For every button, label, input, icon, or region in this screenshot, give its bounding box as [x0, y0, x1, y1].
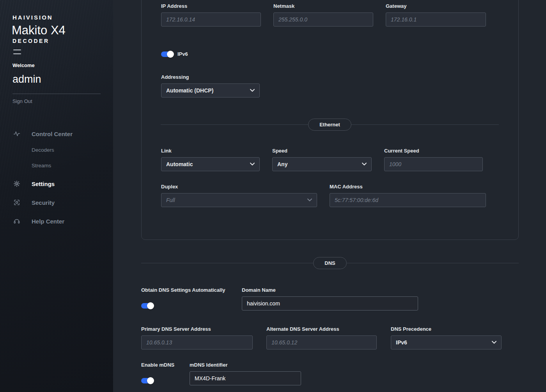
speed-select[interactable]: Any — [272, 157, 372, 171]
sidebar: HAIVISION Makito X4 DECODER Welcome admi… — [0, 0, 113, 392]
duplex-select[interactable]: Full — [161, 193, 317, 207]
gear-icon — [13, 180, 20, 187]
ethernet-section-pill: Ethernet — [308, 119, 351, 131]
primary-dns-field: Primary DNS Server Address — [141, 326, 253, 349]
chevron-down-icon — [307, 199, 312, 202]
ip-address-label: IP Address — [161, 3, 261, 9]
ipv6-label: IPv6 — [177, 51, 188, 57]
current-speed-field: Current Speed — [384, 148, 483, 171]
netmask-label: Netmask — [273, 3, 373, 9]
link-label: Link — [161, 148, 260, 154]
alternate-dns-field: Alternate DNS Server Address — [266, 326, 377, 349]
speed-value: Any — [277, 161, 287, 167]
dns-precedence-select[interactable]: IPv6 — [391, 335, 502, 349]
dns-precedence-label: DNS Precedence — [391, 326, 502, 332]
primary-dns-input[interactable] — [141, 335, 253, 349]
dns-precedence-field: DNS Precedence IPv6 — [391, 326, 502, 349]
alternate-dns-label: Alternate DNS Server Address — [266, 326, 377, 332]
mdns-identifier-field: mDNS Identifier — [190, 362, 301, 385]
mac-address-input[interactable] — [330, 193, 486, 207]
headset-icon — [13, 218, 20, 225]
chevron-down-icon — [250, 163, 255, 166]
netmask-input[interactable] — [273, 12, 373, 27]
addressing-value: Automatic (DHCP) — [166, 87, 213, 94]
sidebar-item-settings[interactable]: Settings — [13, 180, 55, 187]
current-speed-label: Current Speed — [384, 148, 483, 154]
frame-icon — [13, 199, 20, 206]
chevron-down-icon — [250, 89, 255, 92]
duplex-field: Duplex Full — [161, 184, 317, 207]
chevron-down-icon — [492, 341, 496, 344]
username: admin — [12, 73, 41, 85]
gateway-field: Gateway — [386, 3, 486, 27]
duplex-label: Duplex — [161, 184, 317, 190]
product-subtitle: DECODER — [12, 38, 50, 44]
primary-dns-label: Primary DNS Server Address — [141, 326, 253, 332]
sidebar-item-decoders[interactable]: Decoders — [32, 147, 54, 153]
ipv6-toggle[interactable] — [161, 51, 173, 57]
sidebar-item-label: Help Center — [32, 218, 64, 225]
domain-name-label: Domain Name — [242, 287, 418, 293]
sidebar-item-security[interactable]: Security — [13, 199, 55, 206]
gateway-label: Gateway — [386, 3, 486, 9]
ethernet-section-divider: Ethernet — [161, 119, 499, 131]
mdns-identifier-input[interactable] — [190, 371, 301, 385]
duplex-value: Full — [166, 197, 175, 203]
gateway-input[interactable] — [386, 12, 486, 27]
sidebar-item-label: Security — [32, 199, 55, 206]
domain-name-field: Domain Name — [242, 287, 418, 310]
activity-icon — [13, 130, 20, 137]
sidebar-item-label: Control Center — [32, 131, 73, 137]
link-select[interactable]: Automatic — [161, 157, 260, 171]
sidebar-item-streams[interactable]: Streams — [32, 163, 51, 169]
enable-mdns-label: Enable mDNS — [141, 362, 174, 368]
domain-name-input[interactable] — [242, 296, 418, 310]
sidebar-item-label: Settings — [32, 181, 55, 187]
speed-label: Speed — [272, 148, 372, 154]
alternate-dns-input[interactable] — [266, 335, 377, 349]
sidebar-item-control-center[interactable]: Control Center — [13, 130, 73, 137]
addressing-select[interactable]: Automatic (DHCP) — [161, 83, 260, 98]
obtain-dns-auto-label: Obtain DNS Settings Automatically — [141, 287, 225, 293]
welcome-label: Welcome — [12, 62, 35, 68]
obtain-dns-auto-toggle[interactable] — [141, 303, 153, 309]
ip-address-input[interactable] — [161, 12, 261, 27]
sidebar-item-help-center[interactable]: Help Center — [13, 218, 64, 225]
enable-mdns-toggle[interactable] — [141, 378, 153, 383]
addressing-field: Addressing Automatic (DHCP) — [161, 74, 260, 98]
dns-precedence-value: IPv6 — [396, 339, 407, 346]
speed-field: Speed Any — [272, 148, 372, 171]
link-value: Automatic — [166, 161, 193, 167]
dns-section-divider: DNS — [141, 257, 519, 269]
product-name: Makito X4 — [12, 23, 66, 37]
mac-address-field: MAC Address — [330, 184, 486, 207]
hamburger-menu-icon[interactable] — [13, 50, 21, 54]
sidebar-divider — [12, 94, 101, 94]
ip-address-field: IP Address — [161, 3, 261, 27]
sign-out-link[interactable]: Sign Out — [12, 98, 32, 104]
link-field: Link Automatic — [161, 148, 260, 171]
haivision-logo: HAIVISION — [12, 14, 53, 21]
netmask-field: Netmask — [273, 3, 373, 27]
current-speed-input[interactable] — [384, 157, 483, 171]
addressing-label: Addressing — [161, 74, 260, 80]
mac-address-label: MAC Address — [330, 184, 486, 190]
mdns-identifier-label: mDNS Identifier — [190, 362, 301, 368]
dns-section-pill: DNS — [313, 257, 346, 269]
ipv6-row: IPv6 — [161, 51, 188, 57]
chevron-down-icon — [362, 163, 367, 166]
